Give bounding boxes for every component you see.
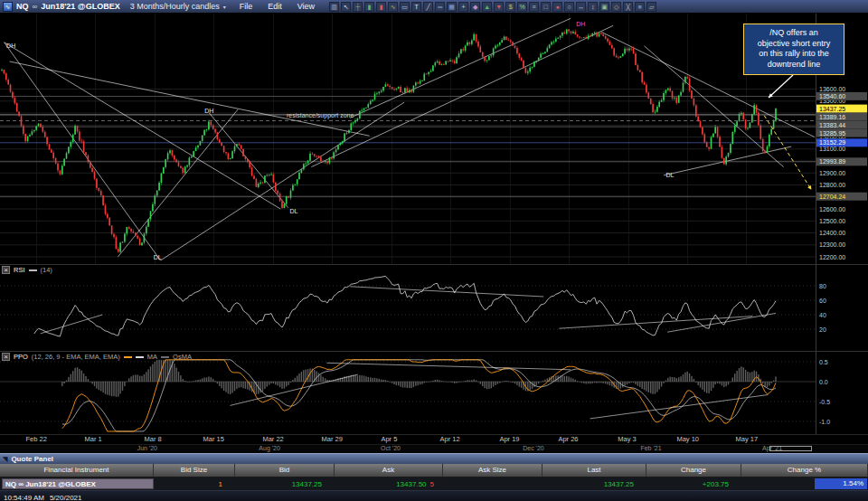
timeline-month-label: Feb '21: [640, 445, 661, 451]
toolbar-icon[interactable]: ▦: [447, 2, 457, 12]
ask-cell: 13437.50 5: [335, 480, 443, 488]
instrument-cell[interactable]: NQ ∞ Jun18'21 @GLOBEX: [2, 478, 154, 489]
close-rsi-panel-button[interactable]: ×: [2, 266, 10, 274]
quote-panel-titlebar[interactable]: ◥ Quote Panel: [0, 453, 868, 464]
toolbar-icon[interactable]: ▱: [646, 2, 656, 12]
rsi-panel[interactable]: 80604020 × RSI (14): [0, 264, 868, 351]
toolbar-icon[interactable]: ○: [564, 2, 574, 12]
toolbar-icon[interactable]: ↖: [341, 2, 351, 12]
main-chart-panel[interactable]: 13600.0013500.0013400.0013300.0013200.00…: [0, 14, 868, 264]
menu-file[interactable]: File: [238, 2, 255, 11]
menu-view[interactable]: View: [296, 2, 316, 11]
toolbar-icon[interactable]: ▭: [400, 2, 410, 12]
toolbar-icon[interactable]: ▣: [599, 2, 609, 12]
toolbar-icon[interactable]: +: [458, 2, 468, 12]
date-tick-label: Mar 15: [203, 435, 224, 443]
toolbar-icons: ▥↖┼▮▮∿▭T╱═▦+◆▲▼$%≡□●○↔↕▣◇╳■▱: [329, 2, 865, 12]
quote-table-row[interactable]: NQ ∞ Jun18'21 @GLOBEX 1 13437.25 13437.5…: [0, 477, 868, 490]
date-tick-label: Mar 29: [322, 435, 343, 443]
col-financial-instrument[interactable]: Financial Instrument: [0, 464, 154, 477]
ppo-canvas[interactable]: 0.50.0-0.5-1.0: [0, 351, 868, 434]
col-change-pct[interactable]: Change %: [741, 464, 868, 477]
toolbar-icon[interactable]: ▮: [364, 2, 374, 12]
svg-text:20: 20: [819, 326, 826, 333]
chevron-down-icon[interactable]: ▾: [223, 4, 226, 10]
toolbar-icon[interactable]: %: [517, 2, 527, 12]
svg-text:-1.0: -1.0: [819, 419, 830, 425]
close-ppo-panel-button[interactable]: ×: [2, 353, 10, 361]
osma-swatch: [161, 356, 169, 358]
last-cell: 13437.25: [542, 480, 646, 488]
svg-text:resistance/support zone: resistance/support zone: [287, 112, 354, 119]
timeline-month-label: Jun '20: [137, 445, 157, 451]
col-change[interactable]: Change: [646, 464, 741, 477]
toolbar-icon[interactable]: ↕: [588, 2, 598, 12]
date-tick-label: Mar 1: [85, 435, 102, 443]
toolbar-icon[interactable]: □: [541, 2, 551, 12]
date-tick-label: May 3: [618, 435, 636, 443]
trading-app-window: ∿ NQ ∞ Jun18'21 @GLOBEX 3 Months/Hourly …: [0, 0, 868, 501]
toolbar-icon[interactable]: ∿: [388, 2, 398, 12]
status-bar: 10:54:49 AM 5/20/2021: [0, 490, 868, 501]
toolbar-icon[interactable]: ▼: [494, 2, 504, 12]
ppo-line-swatch: [124, 356, 132, 358]
toolbar-icon[interactable]: ▥: [329, 2, 339, 12]
date-tick-label: Apr 19: [499, 435, 519, 443]
toolbar-icon[interactable]: ▮: [376, 2, 386, 12]
toolbar-icon[interactable]: $: [505, 2, 515, 12]
ppo-panel[interactable]: 0.50.0-0.5-1.0 × PPO (12, 26, 9 - EMA, E…: [0, 351, 868, 434]
date-tick-label: May 10: [676, 435, 699, 443]
timeline-month-label: Aug '20: [259, 445, 280, 451]
quote-panel-title: Quote Panel: [11, 455, 53, 463]
osma-label: OsMA: [173, 353, 192, 361]
svg-text:DL: DL: [154, 254, 162, 260]
ppo-header: × PPO (12, 26, 9 - EMA, EMA, EMA) MA OsM…: [2, 353, 192, 361]
title-bar: ∿ NQ ∞ Jun18'21 @GLOBEX 3 Months/Hourly …: [0, 0, 868, 14]
time-axis[interactable]: Feb 22Mar 1Mar 8Mar 15Mar 22Mar 29Apr 5A…: [0, 434, 868, 444]
chart-annotation-note[interactable]: /NQ offers an objective short entry on t…: [743, 24, 844, 75]
svg-text:DH: DH: [6, 43, 15, 49]
date-tick-label: Mar 8: [144, 435, 161, 443]
toolbar-icon[interactable]: ◆: [470, 2, 480, 12]
ask-price: 13437.50: [396, 480, 426, 488]
toolbar-icon[interactable]: ┼: [353, 2, 363, 12]
menu-edit[interactable]: Edit: [266, 2, 284, 11]
toolbar-icon[interactable]: ◇: [611, 2, 621, 12]
toolbar-icon[interactable]: ≡: [529, 2, 539, 12]
timeline-selection-handle[interactable]: [769, 446, 813, 451]
svg-text:60: 60: [819, 298, 826, 304]
ask-size-value: 5: [430, 480, 434, 488]
svg-text:40: 40: [819, 312, 826, 318]
app-icon: ∿: [3, 2, 13, 12]
svg-text:DL: DL: [665, 172, 674, 178]
date-tick-label: May 17: [735, 435, 758, 443]
symbol-label: NQ: [16, 2, 29, 11]
ma-line-swatch: [136, 356, 144, 358]
col-ask-size[interactable]: Ask Size: [443, 464, 542, 477]
toolbar-icon[interactable]: ═: [435, 2, 445, 12]
toolbar-icon[interactable]: T: [411, 2, 421, 12]
collapse-icon[interactable]: ◥: [3, 456, 7, 462]
toolbar-icon[interactable]: ●: [552, 2, 562, 12]
col-last[interactable]: Last: [542, 464, 646, 477]
timeline-scrollbar[interactable]: Jun '20Aug '20Oct '20Dec '20Feb '21Apr '…: [0, 444, 868, 453]
rsi-canvas[interactable]: 80604020: [0, 264, 868, 351]
continuous-contract-icon: ∞: [33, 3, 38, 11]
svg-text:80: 80: [819, 283, 826, 289]
ppo-label: PPO: [14, 353, 28, 361]
toolbar-icon[interactable]: ╳: [623, 2, 633, 12]
timeline-month-label: Oct '20: [381, 445, 401, 451]
main-chart-canvas[interactable]: 13600.0013500.0013400.0013300.0013200.00…: [0, 14, 868, 264]
col-bid[interactable]: Bid: [235, 464, 335, 477]
toolbar-icon[interactable]: ↔: [576, 2, 586, 12]
col-bid-size[interactable]: Bid Size: [154, 464, 235, 477]
toolbar-icon[interactable]: ╱: [423, 2, 433, 12]
toolbar-icon[interactable]: ■: [635, 2, 645, 12]
date-tick-label: Apr 5: [381, 435, 397, 443]
change-cell: +203.75: [646, 480, 741, 488]
timeline-month-label: Dec '20: [523, 445, 544, 451]
timeframe-selector[interactable]: 3 Months/Hourly candles: [130, 2, 220, 11]
col-ask[interactable]: Ask: [335, 464, 443, 477]
status-date: 5/20/2021: [50, 494, 82, 501]
toolbar-icon[interactable]: ▲: [482, 2, 492, 12]
